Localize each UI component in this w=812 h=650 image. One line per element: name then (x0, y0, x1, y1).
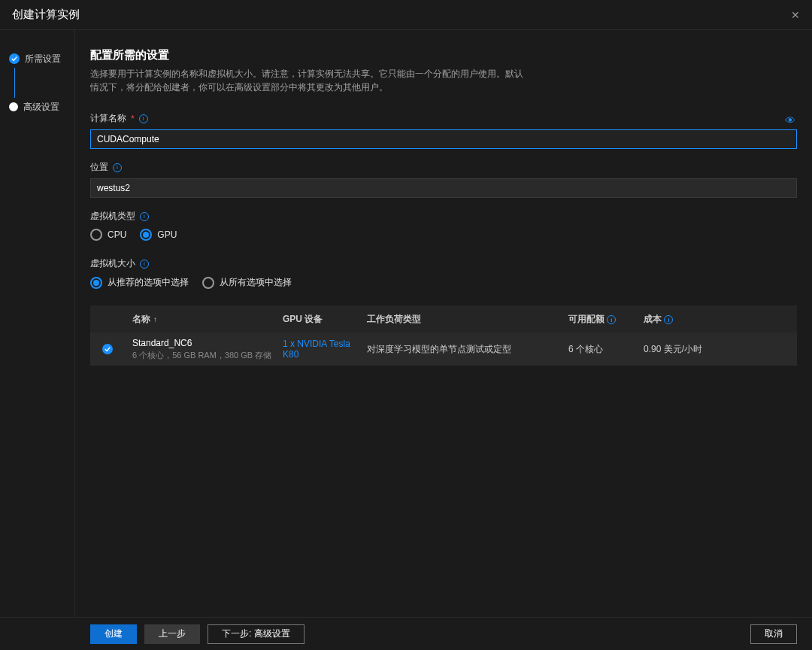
radio-icon (202, 277, 214, 289)
sort-arrow-icon: ↑ (153, 315, 157, 323)
required-mark: * (131, 114, 135, 124)
info-icon[interactable]: i (113, 163, 122, 172)
create-button[interactable]: 创建 (90, 624, 137, 644)
th-gpu[interactable]: GPU 设备 (283, 313, 367, 326)
step-label: 高级设置 (23, 101, 59, 114)
check-icon (102, 344, 113, 354)
step-required[interactable]: 所需设置 (9, 53, 68, 65)
section-desc: 选择要用于计算实例的名称和虚拟机大小。请注意，计算实例无法共享。它只能由一个分配… (90, 67, 526, 94)
radio-icon (90, 277, 102, 289)
radio-icon (90, 229, 102, 241)
next-button[interactable]: 下一步: 高级设置 (208, 624, 304, 644)
radio-label: CPU (108, 229, 126, 240)
th-workload[interactable]: 工作负荷类型 (367, 313, 568, 326)
row-cost: 0.90 美元/小时 (644, 343, 785, 356)
cancel-button[interactable]: 取消 (750, 624, 797, 644)
wizard-steps: 所需设置 高级设置 (0, 30, 75, 617)
section-title: 配置所需的设置 (90, 48, 797, 62)
radio-label: 从所有选项中选择 (220, 276, 292, 289)
radio-gpu[interactable]: GPU (140, 229, 177, 241)
table-row[interactable]: Standard_NC6 6 个核心，56 GB RAM，380 GB 存储 1… (90, 333, 797, 366)
info-icon[interactable]: i (607, 315, 616, 324)
row-quota: 6 个核心 (568, 343, 644, 356)
info-icon[interactable]: i (139, 114, 148, 123)
circle-icon (9, 102, 18, 111)
row-name: Standard_NC6 (132, 338, 283, 348)
radio-label: 从推荐的选项中选择 (108, 276, 189, 289)
radio-cpu[interactable]: CPU (90, 229, 126, 241)
radio-recommended[interactable]: 从推荐的选项中选择 (90, 276, 189, 289)
step-label: 所需设置 (25, 53, 61, 65)
row-specs: 6 个核心，56 GB RAM，380 GB 存储 (132, 350, 283, 361)
th-quota[interactable]: 可用配额 i (568, 313, 644, 326)
close-icon[interactable]: ✕ (791, 9, 800, 21)
radio-icon (140, 229, 152, 241)
vm-size-label: 虚拟机大小 (90, 257, 135, 270)
info-icon[interactable]: i (140, 212, 149, 221)
th-name[interactable]: 名称↑ (132, 313, 283, 326)
radio-all[interactable]: 从所有选项中选择 (202, 276, 292, 289)
row-gpu[interactable]: 1 x NVIDIA Tesla K80 (283, 339, 367, 360)
check-icon (9, 53, 20, 64)
info-icon[interactable]: i (140, 260, 149, 269)
radio-label: GPU (157, 229, 177, 240)
vm-type-label: 虚拟机类型 (90, 210, 135, 223)
th-cost[interactable]: 成本 i (644, 313, 785, 326)
page-title: 创建计算实例 (12, 8, 80, 22)
eye-icon[interactable]: 👁 (785, 114, 795, 126)
row-workload: 对深度学习模型的单节点测试或定型 (367, 343, 568, 356)
location-label: 位置 (90, 161, 108, 174)
compute-name-input[interactable] (90, 129, 797, 149)
step-advanced[interactable]: 高级设置 (9, 101, 68, 113)
info-icon[interactable]: i (664, 315, 673, 324)
location-input (90, 178, 797, 198)
compute-name-label: 计算名称 (90, 112, 126, 125)
back-button[interactable]: 上一步 (144, 624, 200, 644)
vm-size-table: 名称↑ GPU 设备 工作负荷类型 可用配额 i 成本 i Sta (90, 305, 797, 366)
